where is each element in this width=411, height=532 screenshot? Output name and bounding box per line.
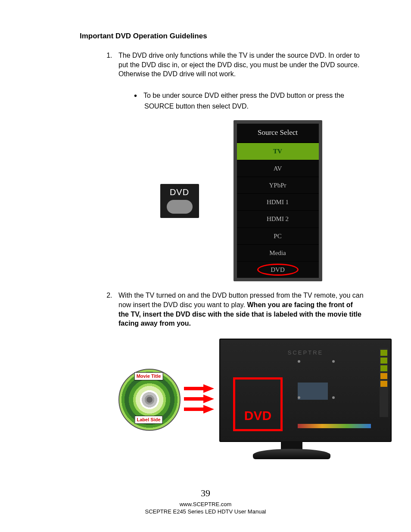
arrow-right-icon <box>184 384 214 393</box>
source-item-media: Media <box>237 244 319 261</box>
source-item-pc: PC <box>237 227 319 244</box>
disc-top-label: Movie Title <box>134 372 163 380</box>
instruction-item-2: With the TV turned on and the DVD button… <box>114 291 364 459</box>
instruction-item-1: The DVD drive only functions while the T… <box>114 51 364 281</box>
dvd-disc-graphic: Movie Title Label Side <box>118 369 179 429</box>
insert-arrows <box>184 384 214 414</box>
page-footer: 39 www.SCEPTRE.com SCEPTRE E245 Series L… <box>0 487 411 516</box>
figure-insert-dvd: Movie Title Label Side SCEPTRE <box>118 339 364 459</box>
tv-port-strip <box>380 348 388 417</box>
source-item-dvd: DVD <box>237 261 319 278</box>
figure-source-select: DVD Source Select TV AV YPbPr HDMI 1 HDM… <box>118 120 364 281</box>
arrow-right-icon <box>184 405 214 414</box>
dvd-button-label: DVD <box>160 187 199 198</box>
source-item-hdmi1: HDMI 1 <box>237 193 319 210</box>
tv-spec-plate <box>298 383 328 400</box>
footer-url: www.SCEPTRE.com <box>0 501 411 508</box>
svg-marker-2 <box>184 405 214 414</box>
dvd-slot-highlight: DVD <box>233 377 283 431</box>
instruction-1-sublist: To be under source DVD either press the … <box>118 90 364 111</box>
section-title: Important DVD Operation Guidelines <box>80 32 364 40</box>
tv-stand-neck <box>281 441 302 450</box>
dvd-remote-button-graphic: DVD <box>160 184 199 218</box>
mount-hole-icon <box>298 396 300 399</box>
tv-body: SCEPTRE DVD <box>219 339 392 442</box>
dvd-button-shape <box>167 200 193 214</box>
instruction-1-sub: To be under source DVD either press the … <box>144 90 364 111</box>
tv-bottom-port-strip <box>298 424 371 428</box>
svg-marker-1 <box>184 395 214 403</box>
instruction-1-text: The DVD drive only functions while the T… <box>118 52 360 78</box>
instruction-list: The DVD drive only functions while the T… <box>47 51 364 459</box>
page-number: 39 <box>0 487 411 500</box>
disc-bottom-label: Label Side <box>134 416 162 424</box>
mount-hole-icon <box>332 396 335 399</box>
dvd-slot-label: DVD <box>244 407 271 425</box>
arrow-right-icon <box>184 395 214 403</box>
source-select-title: Source Select <box>237 124 319 143</box>
source-item-tv: TV <box>237 143 319 159</box>
tv-back-graphic: SCEPTRE DVD <box>219 339 364 459</box>
source-select-menu: Source Select TV AV YPbPr HDMI 1 HDMI 2 … <box>234 120 322 281</box>
tv-brand-label: SCEPTRE <box>288 349 323 357</box>
tv-stand-base <box>253 449 330 459</box>
source-item-av: AV <box>237 160 319 177</box>
source-item-ypbpr: YPbPr <box>237 177 319 193</box>
source-item-hdmi2: HDMI 2 <box>237 210 319 227</box>
mount-hole-icon <box>332 360 335 363</box>
svg-marker-0 <box>184 384 214 393</box>
footer-manual: SCEPTRE E245 Series LED HDTV User Manual <box>0 508 411 516</box>
mount-hole-icon <box>298 360 300 363</box>
